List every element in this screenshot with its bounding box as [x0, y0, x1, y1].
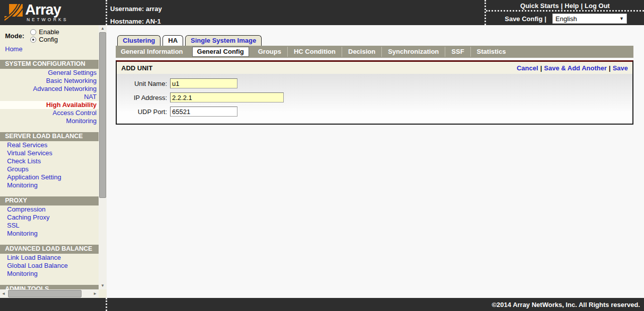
session-info: Username: array Hostname: AN-1 [110, 3, 162, 28]
save-config-link[interactable]: Save Config [505, 15, 542, 23]
save-button[interactable]: Save [613, 64, 628, 72]
scroll-up-icon[interactable]: ▲ [99, 25, 107, 32]
sidebar-item-monitoring[interactable]: Monitoring [0, 181, 99, 189]
sidebar-item-compression[interactable]: Compression [0, 205, 99, 214]
sidebar-item-groups[interactable]: Groups [0, 165, 99, 173]
sidebar-item-application-setting[interactable]: Application Setting [0, 173, 99, 181]
sidebar-link-access-control[interactable]: Access Control [53, 109, 97, 117]
sidebar-link-monitoring[interactable]: Monitoring [66, 117, 97, 125]
sidebar-link-high-availability[interactable]: High Availability [46, 101, 97, 109]
sidebar-link-compression[interactable]: Compression [7, 205, 46, 213]
sidebar-link-monitoring[interactable]: Monitoring [7, 270, 38, 277]
username-line: Username: array [110, 3, 162, 15]
sidebar-link-nat[interactable]: NAT [84, 93, 97, 100]
save-add-another-button[interactable]: Save & Add Another [544, 64, 607, 72]
sidebar-item-basic-networking[interactable]: Basic Networking [0, 77, 99, 85]
mode-label: Mode: [5, 32, 24, 40]
subtab-ssf[interactable]: SSF [445, 47, 470, 57]
link-separator: | [559, 2, 565, 10]
quick-starts-link[interactable]: Quick Starts [520, 2, 559, 10]
header-right: Quick Starts|Help|Log Out Save Config | … [485, 0, 644, 25]
radio-unselected-icon[interactable] [30, 29, 36, 35]
sidebar-item-monitoring[interactable]: Monitoring [0, 270, 99, 278]
header-divider-left [106, 0, 107, 25]
subtab-groups[interactable]: Groups [252, 47, 287, 57]
sidebar-link-general-settings[interactable]: General Settings [48, 69, 97, 76]
mode-row: Mode: EnableConfig [0, 25, 99, 44]
vertical-scroll-thumb[interactable] [99, 32, 106, 198]
sidebar-item-virtual-services[interactable]: Virtual Services [0, 149, 99, 157]
sidebar-item-monitoring[interactable]: Monitoring [0, 117, 99, 125]
sidebar-section-admin-tools: ADMIN TOOLS [0, 285, 99, 289]
scroll-down-icon[interactable]: ▼ [99, 282, 107, 289]
sidebar-item-ssl[interactable]: SSL [0, 222, 99, 230]
subtab-synchronization[interactable]: Synchronization [381, 47, 445, 57]
subtab-statistics[interactable]: Statistics [470, 47, 512, 57]
sidebar-link-advanced-networking[interactable]: Advanced Networking [33, 85, 97, 92]
sidebar-link-application-setting[interactable]: Application Setting [7, 173, 61, 181]
sidebar-link-check-lists[interactable]: Check Lists [7, 157, 41, 165]
sidebar-item-check-lists[interactable]: Check Lists [0, 157, 99, 165]
sidebar-item-general-settings[interactable]: General Settings [0, 69, 99, 77]
radio-label: Enable [39, 28, 59, 36]
footer: ©2014 Array NetWorks, Inc. All Rights re… [0, 298, 644, 311]
tab-clustering[interactable]: Clustering [117, 35, 160, 46]
sidebar-vertical-scrollbar[interactable]: ▲ ▼ [99, 25, 107, 289]
home-link[interactable]: Home [5, 45, 23, 53]
sidebar-section-advanced-load-balance: ADVANCED LOAD BALANCELink Load BalanceGl… [0, 245, 99, 278]
sidebar-item-real-services[interactable]: Real Services [0, 141, 99, 149]
scroll-right-icon[interactable]: ► [92, 289, 99, 298]
unit-name-input[interactable] [170, 78, 237, 88]
sidebar-item-advanced-networking[interactable]: Advanced Networking [0, 85, 99, 93]
sidebar: Mode: EnableConfig Home SYSTEM CONFIGURA… [0, 25, 107, 298]
sidebar-link-caching-proxy[interactable]: Caching Proxy [7, 214, 50, 221]
horizontal-scroll-thumb[interactable] [8, 290, 82, 297]
sidebar-link-global-load-balance[interactable]: Global Load Balance [7, 262, 68, 269]
sidebar-item-global-load-balance[interactable]: Global Load Balance [0, 262, 99, 270]
tab-ha[interactable]: HA [163, 35, 183, 46]
field-label-ip-address: IP Address: [117, 94, 167, 101]
sidebar-item-nat[interactable]: NAT [0, 93, 99, 101]
log-out-link[interactable]: Log Out [585, 2, 610, 10]
scroll-left-icon[interactable]: ◄ [0, 289, 7, 298]
sidebar-item-link-load-balance[interactable]: Link Load Balance [0, 254, 99, 262]
sidebar-item-caching-proxy[interactable]: Caching Proxy [0, 214, 99, 222]
action-separator: | [538, 64, 544, 72]
language-select[interactable]: English ▼ [552, 14, 627, 24]
array-logo: Array NETWORKS [4, 3, 68, 23]
sidebar-link-ssl[interactable]: SSL [7, 222, 20, 229]
cancel-button[interactable]: Cancel [517, 64, 538, 72]
sidebar-link-groups[interactable]: Groups [7, 165, 29, 173]
sidebar-link-monitoring[interactable]: Monitoring [7, 230, 38, 237]
subtab-general-config[interactable]: General Config [192, 47, 249, 57]
sidebar-item-home[interactable]: Home [0, 44, 99, 53]
array-logo-icon [4, 3, 23, 23]
sidebar-horizontal-scrollbar[interactable]: ◄ ► [0, 289, 99, 298]
sidebar-item-high-availability[interactable]: High Availability [0, 101, 99, 109]
ip-address-input[interactable] [170, 92, 284, 102]
dropdown-arrow-icon: ▼ [619, 16, 624, 21]
sidebar-link-real-services[interactable]: Real Services [7, 141, 47, 149]
radio-label: Config [39, 36, 58, 43]
sidebar-section-proxy: PROXYCompressionCaching ProxySSLMonitori… [0, 196, 99, 238]
udp-port-input[interactable] [170, 107, 237, 117]
sidebar-link-basic-networking[interactable]: Basic Networking [46, 77, 97, 84]
sidebar-link-virtual-services[interactable]: Virtual Services [7, 149, 52, 157]
sidebar-link-monitoring[interactable]: Monitoring [7, 181, 38, 189]
footer-divider [106, 298, 107, 311]
section-header-system-configuration: SYSTEM CONFIGURATION [0, 60, 99, 69]
form-row-ip-address: IP Address: [117, 90, 632, 105]
subtab-hc-condition[interactable]: HC Condition [287, 47, 342, 57]
save-config-row: Save Config | English ▼ [486, 12, 644, 24]
radio-selected-icon[interactable] [30, 37, 36, 43]
form-row-unit-name: Unit Name: [117, 76, 632, 90]
subtab-decision[interactable]: Decision [342, 47, 381, 57]
mode-radio-enable[interactable]: Enable [30, 28, 59, 36]
mode-radio-config[interactable]: Config [30, 36, 59, 43]
subtab-general-information[interactable]: General Information [116, 47, 189, 57]
sidebar-item-access-control[interactable]: Access Control [0, 109, 99, 117]
sidebar-item-monitoring[interactable]: Monitoring [0, 230, 99, 238]
sidebar-link-link-load-balance[interactable]: Link Load Balance [7, 254, 61, 261]
tab-single-system-image[interactable]: Single System Image [185, 35, 262, 46]
help-link[interactable]: Help [565, 2, 579, 10]
